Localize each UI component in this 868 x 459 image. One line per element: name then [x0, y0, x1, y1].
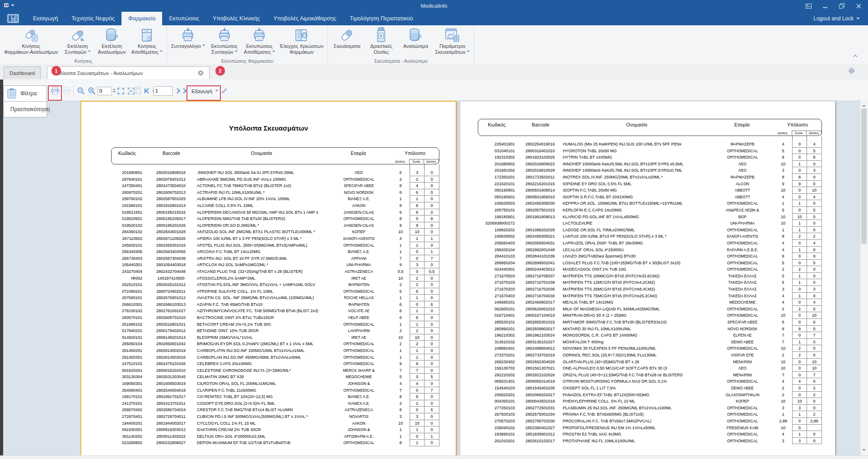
- pill-icon: [70, 27, 85, 42]
- ribbon-tab-5[interactable]: Υποβολές Κλινικής: [206, 12, 267, 25]
- zoom-in-button[interactable]: [86, 85, 97, 97]
- ribbon-group-3: ΣκευάσματαRΔραστικέςΟυσίεςΑναλώσιμαΠαράμ…: [328, 25, 474, 64]
- table-row: 2899502042802899502041LOSALET PLUS F.C.T…: [478, 260, 822, 267]
- ribbon-button-εκτέλεση[interactable]: ΕκτέλεσηΣυνταγών: [61, 26, 95, 58]
- scroll-down-icon[interactable]: [862, 449, 866, 453]
- app-menu-icon: [7, 14, 19, 23]
- table-row: 2587601022802587601025ALBUMINE LFB INJ.S…: [111, 196, 439, 202]
- ribbon-group-2: ΣυνταγολόγιοΕκτυπώσειςΣυνταγώνΕκτυπώσεις…: [167, 25, 328, 64]
- ribbon-group-label: Σκευάσματα - Αναλώσιμα: [328, 58, 473, 64]
- ribbon-button-κινήσεις[interactable]: ΚινήσειςΦαρμάκων-Αναλωσίμων: [2, 26, 61, 58]
- table-row: 0167104012800167104010MINITRAN DRAG 50 X…: [478, 312, 822, 319]
- zoom-input[interactable]: [98, 87, 112, 95]
- chart-window-icon: [445, 27, 460, 42]
- table-row: 1991701012801991701017CO-RENITEC TABL BT…: [111, 393, 439, 400]
- close-button[interactable]: [852, 0, 865, 12]
- table-row: 3011402022803011402022DELTIUS ORA.SOL 4*…: [111, 433, 439, 440]
- table-row: 2982001042802982001048LECALCIF ORAL SOL …: [478, 247, 822, 253]
- fit-page-button[interactable]: [116, 85, 126, 97]
- restore-button[interactable]: [835, 0, 849, 12]
- table-row: 2733702012802733702019ODRINOL REC.SOL (2…: [478, 352, 822, 359]
- doc-tab-label: Dashboard: [9, 70, 35, 76]
- first-page-icon: [144, 88, 150, 94]
- zoom-out-button[interactable]: [75, 85, 86, 97]
- table-row: 1561307022801561307021ONE-ALPHA/LEO 0,50…: [478, 365, 822, 372]
- ribbon-button-συνταγολόγιο[interactable]: Συνταγολόγιο: [169, 26, 207, 58]
- dropdown-caret-icon: [160, 51, 163, 53]
- quick-print-icon: [62, 87, 71, 95]
- ribbon-button-εκτυπώσεις[interactable]: ΕκτυπώσειςΑποθέματος: [242, 26, 277, 58]
- ribbon-collapse-button[interactable]: [853, 54, 858, 58]
- restore-icon: [839, 3, 845, 9]
- left-dock-rail: [0, 80, 3, 455]
- ribbon-button-σκευάσματα[interactable]: Σκευάσματα: [330, 26, 364, 58]
- table-row: 2772501032802772501031PLASBUMIN 25 INJ.S…: [478, 405, 822, 412]
- column-header: Εταιρία: [710, 122, 774, 127]
- ribbon-button-έλεγχος χρεώσεων[interactable]: $Έλεγχος ΧρεώσεωνΦαρμάκων: [277, 26, 326, 58]
- table-row: 2254019012802254019016HUMALOG (Mix 25 Kw…: [478, 141, 822, 148]
- subcolumn-header: Δόσεις: [391, 159, 409, 164]
- ribbon-tab-2[interactable]: Τεχνητός Νεφρός: [65, 12, 121, 25]
- app-menu-button[interactable]: [0, 12, 26, 25]
- table-row: 1723502012801723502011INOTREX SOL.IV.INF…: [478, 174, 822, 181]
- ribbon-tab-row: ΕισαγωγήΤεχνητός ΝεφρόςΦαρμακείοΕκτυπώσε…: [0, 12, 868, 25]
- table-row: 2609902012802609902017MIXTARD 30 INJ FL …: [478, 326, 822, 333]
- ribbon-button-κινήσεις[interactable]: ΚινήσειςΑποθέματος: [129, 26, 165, 58]
- ribbon-button-εκτυπώσεις[interactable]: ΕκτυπώσειςΣυνταγών: [207, 26, 242, 58]
- vertical-scrollbar[interactable]: [860, 100, 868, 455]
- sidebar-item-filters[interactable]: Φίλτρα: [3, 85, 47, 102]
- table-row: 2922102022802922102026ORIZAL PLUS (40+5+…: [478, 372, 822, 379]
- ribbon-tab-3[interactable]: Φαρμακείο: [121, 12, 162, 25]
- table-row: 2540604012802540604018CLARIPEN F.C.TABL …: [111, 387, 439, 394]
- page-number-input[interactable]: [154, 86, 173, 96]
- logout-caret-icon: [856, 18, 860, 21]
- ribbon-tab-7[interactable]: Τιμολόγηση Περιστατικού: [343, 12, 420, 25]
- table-row: 2413701012802413701011COSOPT EYE.DRO.SOL…: [111, 400, 439, 407]
- table-row: 2567304032802567304038ARIXTRA INJ. SOL B…: [111, 255, 439, 262]
- ribbon-button-δραστικές[interactable]: RΔραστικέςΟυσίες: [364, 26, 398, 58]
- table-row: 0626001012800626001010MILK OF MAGNESIA L…: [478, 306, 822, 313]
- report-table-page2: ΚωδικόςBarcodeΟνομασίαΕταιρίαΥπόλοιποΔόσ…: [478, 119, 822, 444]
- zoom-value-field[interactable]: [98, 85, 116, 97]
- ribbon-button-αναλώσιμα[interactable]: Αναλώσιμα: [398, 26, 433, 58]
- minimize-button[interactable]: [818, 0, 832, 12]
- logout-button[interactable]: Logout and Lock: [813, 12, 868, 25]
- ribbon-tab-4[interactable]: Εκτυπώσεις: [162, 12, 206, 25]
- table-row: 2605701012802605701010BACTROCINE OINT 2%…: [111, 314, 439, 321]
- column-header-balance: Υπόλοιπο: [774, 122, 821, 127]
- doc-tab-active-report[interactable]: Υπόλοιπα Σκευασμάτων - Αναλωσίμων: [47, 66, 210, 79]
- dropdown-caret-icon: [88, 51, 91, 53]
- report-page-2[interactable]: ΚωδικόςBarcodeΟνομασίαΕταιρίαΥπόλοιποΔόσ…: [460, 101, 835, 455]
- scrollbar-thumb[interactable]: [861, 108, 867, 244]
- table-row: 2781001022802781001027AZITHROMYCIN/VOCAT…: [111, 308, 439, 314]
- report-page-1[interactable]: Υπόλοιπα Σκευασμάτων ΚωδικόςBarcodeΟνομα…: [80, 101, 457, 455]
- window-theme-button[interactable]: [802, 0, 815, 12]
- ribbon-button-παράμετροι[interactable]: ΠαράμετροιΣκευασμάτων: [433, 26, 471, 58]
- scroll-up-icon[interactable]: [862, 103, 866, 107]
- dropdown-caret-icon: [202, 45, 205, 47]
- table-header: ΚωδικόςBarcodeΟνομασίαΕταιρίαΥπόλοιποΔόσ…: [111, 147, 439, 164]
- table-row: 1915801012801915801014ALCAINE COLL 0.5% …: [111, 202, 439, 209]
- preview-surface[interactable]: Υπόλοιπα Σκευασμάτων ΚωδικόςBarcodeΟνομα…: [3, 100, 860, 455]
- table-row: 2016810022802016810028INNOHEP 14000anti-…: [478, 167, 822, 174]
- table-row: 9148201012809148201014BLEOPRIM 15MG/VIAL…: [111, 334, 439, 341]
- preview-settings-button[interactable]: [848, 67, 855, 74]
- table-row: 1690503012801609503019CILROTON ORAL SOL …: [111, 380, 439, 387]
- page-number-field[interactable]: [154, 85, 173, 97]
- table-row: 2666103012802666103013AZAPIN F.C. TAB 45…: [111, 301, 439, 308]
- doc-tab-close-button[interactable]: [198, 70, 204, 76]
- column-header: Κωδικός: [478, 122, 518, 127]
- table-row: 2056504032802056504031LAPRAZOL ORAL DISP…: [478, 240, 822, 247]
- ribbon-button-label: ΕκτυπώσειςΑποθέματος: [244, 43, 275, 55]
- annotation-box-1: [48, 85, 62, 101]
- ribbon-tab-1[interactable]: Εισαγωγή: [26, 12, 65, 25]
- quick-print-button[interactable]: [61, 85, 72, 97]
- ribbon-button-label: Αναλώσιμα: [403, 43, 428, 49]
- ribbon-button-εκτέλεση[interactable]: ΕκτέλεσηΑναλωσίμων: [95, 26, 129, 58]
- ribbon-tab-6[interactable]: Υποβολές Αιμοκάθαρσης: [267, 12, 343, 25]
- table-row: 1944002012801944002017CYCLOGYL COLL 1% F…: [111, 420, 439, 427]
- table-row: 2456305032802456305030KEPPRA OR.SOL. 100…: [478, 200, 822, 207]
- edit-watermark-button[interactable]: [219, 85, 229, 97]
- doc-tab-dashboard[interactable]: Dashboard: [4, 66, 41, 79]
- table-row: 1545401032801545401035OXISEPT SOL FL 1 L…: [478, 385, 822, 392]
